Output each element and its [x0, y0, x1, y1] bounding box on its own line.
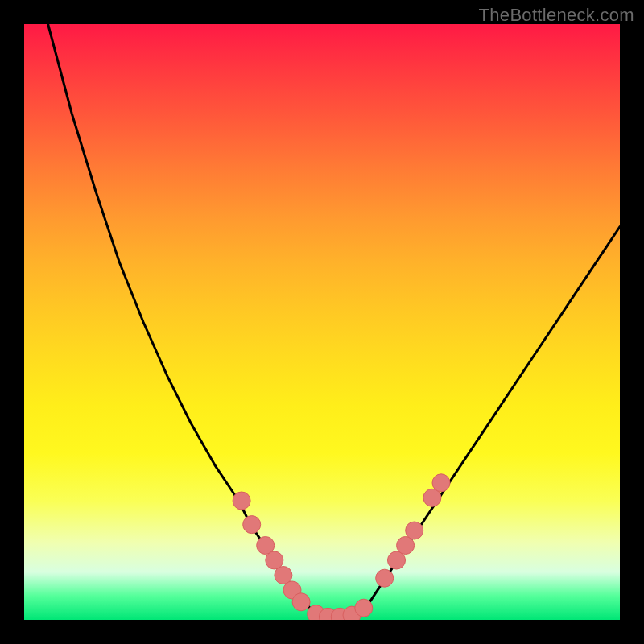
- bottleneck-curve-path: [24, 24, 620, 620]
- curve-marker: [406, 522, 423, 539]
- curve-marker: [355, 599, 373, 617]
- chart-frame: TheBottleneck.com: [0, 0, 644, 644]
- plot-area: [24, 24, 620, 620]
- curve-marker: [233, 492, 250, 510]
- curve-marker: [376, 569, 394, 587]
- curve-marker: [243, 516, 261, 534]
- curve-markers: [233, 474, 450, 620]
- bottleneck-curve: [24, 24, 620, 620]
- curve-layer: [24, 24, 620, 620]
- curve-marker: [432, 474, 450, 492]
- watermark-label: TheBottleneck.com: [479, 5, 634, 26]
- curve-marker: [292, 593, 310, 611]
